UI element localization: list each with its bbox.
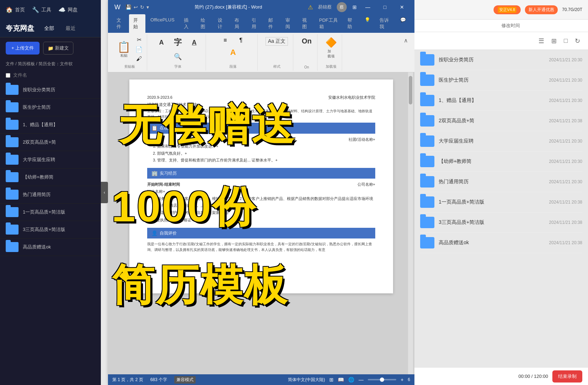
tab-lightbulb[interactable]: 💡	[360, 14, 375, 33]
tab-file[interactable]: 文件	[112, 14, 128, 33]
doc-date: 2020.9-2023.6	[147, 94, 172, 101]
file-name: 1一页高品质+简洁版	[439, 199, 545, 205]
list-item[interactable]: 按职业分类简历	[0, 81, 101, 99]
upload-button[interactable]: + 上传文件	[6, 42, 40, 55]
addins-button[interactable]: 🔶 加载项	[323, 36, 339, 60]
list-item[interactable]: 【幼师+教师简	[0, 169, 101, 186]
right-panel: 安正V4.8 新人开通优惠 70.7G/20T 修改时间 ☰ ⊞ □ ↻ 按职业…	[414, 0, 588, 385]
list-item[interactable]: 2双页高品质+简	[0, 134, 101, 151]
paste-icon: 📋	[117, 41, 130, 53]
tab-mailings[interactable]: 邮件	[264, 14, 280, 33]
tab-comment[interactable]: 💬	[396, 14, 410, 33]
layout-view-icon[interactable]: ⊞	[329, 377, 334, 383]
align-left-button[interactable]: ≡	[218, 36, 232, 45]
nav-tab-all[interactable]: 全部	[41, 24, 57, 33]
list-item[interactable]: 【幼师+教师简 2024/11/21 20:30	[420, 152, 582, 172]
file-name: 3三页高品质+简洁版	[439, 219, 545, 226]
doc-area[interactable]: 2020.9-2023.6 安徽水利水电职业技术学院 城市轨道交通工程技术 | …	[108, 72, 414, 374]
preview-icon[interactable]: □	[562, 35, 570, 47]
cloud-btn[interactable]: ☁️ 网盘	[58, 6, 78, 13]
list-item[interactable]: 3三页高品质+简洁版	[0, 221, 101, 238]
list-item[interactable]: 大学应届生应聘 2024/11/21 20:30	[420, 131, 582, 152]
tab-insert[interactable]: 插入	[180, 14, 196, 33]
paragraph-settings-button[interactable]: ¶	[234, 36, 248, 45]
list-view-icon[interactable]: ☰	[536, 35, 546, 47]
list-item[interactable]: 1、赠品【通用】	[0, 116, 101, 134]
language: 简体中文(中国大陆)	[288, 377, 325, 383]
cut-button[interactable]: ✂	[134, 36, 144, 44]
tab-help[interactable]: 帮助	[343, 14, 359, 33]
tab-layout[interactable]: 布局	[230, 14, 246, 33]
list-item[interactable]: 按职业分类简历 2024/11/21 20:30	[420, 50, 582, 70]
tab-home[interactable]: 开始	[129, 14, 145, 33]
select-all-checkbox[interactable]	[6, 73, 10, 78]
doc-scrollbar[interactable]	[408, 72, 413, 374]
file-date: 2024/11/21 20:38	[549, 240, 582, 245]
new-folder-button[interactable]: 📁 新建文	[43, 42, 73, 55]
font-size-button[interactable]: 字	[171, 36, 185, 49]
font-name-dropdown[interactable]: A	[154, 37, 169, 48]
grid-view-icon[interactable]: ⊞	[549, 35, 559, 47]
list-item[interactable]: 1一页高品质+简洁版 2024/11/21 20:38	[420, 192, 582, 212]
list-item[interactable]: 医生护士简历	[0, 99, 101, 116]
promo-badge: 新人开通优惠	[525, 5, 558, 14]
list-item[interactable]: 高品质赠送ok 2024/11/21 20:38	[420, 233, 582, 253]
save-icon[interactable]: 💾	[125, 4, 131, 10]
doc-activity-3: 3. 管理、支持、督促和检查班门的的工作前升满求及起... 证整体水平。+	[153, 157, 375, 164]
doc-section-self-eval: 👤 自我评价	[147, 228, 375, 238]
close-button[interactable]: ✕	[394, 0, 410, 14]
web-view-icon[interactable]: 🌐	[348, 377, 354, 383]
tab-review[interactable]: 审阅	[281, 14, 297, 33]
zoom-plus-icon[interactable]: +	[401, 377, 403, 383]
list-item[interactable]: 热门通用简历	[0, 186, 101, 204]
tab-tell-me[interactable]: 告诉我	[375, 14, 395, 33]
tab-draw[interactable]: 绘图	[196, 14, 212, 33]
refresh-icon[interactable]: ↻	[573, 35, 582, 47]
file-name: 大学应届生应聘	[23, 156, 95, 163]
undo-icon[interactable]: ↩	[134, 4, 138, 10]
list-item[interactable]: 3三页高品质+简洁版 2024/11/21 20:38	[420, 212, 582, 233]
maximize-button[interactable]: □	[377, 0, 393, 14]
copy-button[interactable]: 📄	[134, 45, 144, 53]
ribbon-group-addins: 🔶 加载项 加载项	[320, 34, 342, 71]
redo-icon[interactable]: ↻	[140, 4, 144, 10]
chevron-up-icon: ∧	[404, 37, 408, 44]
font-color-button[interactable]: A	[187, 37, 201, 48]
stop-record-button[interactable]: 结束录制	[552, 370, 582, 383]
doc-scroll-thumb[interactable]	[409, 76, 412, 104]
zoom-slider[interactable]	[368, 379, 396, 380]
list-item[interactable]: 热门通用简历 2024/11/21 20:30	[420, 172, 582, 192]
tab-officeplus[interactable]: OfficePLUS	[146, 14, 179, 33]
ribbon-collapse-button[interactable]: ∧	[402, 36, 410, 45]
doc-cert: 证 驾驶执照、教师资格证+	[147, 217, 375, 224]
paste-button[interactable]: 📋 粘贴	[115, 39, 133, 60]
highlight-button[interactable]: A	[226, 46, 240, 58]
layout-icon[interactable]: ⊞	[352, 4, 357, 10]
collapse-panel-button[interactable]: ‹	[101, 182, 108, 203]
doc-page: 2020.9-2023.6 安徽水利水电职业技术学院 城市轨道交通工程技术 | …	[129, 79, 393, 293]
list-item[interactable]: 高品质赠送ok	[0, 238, 101, 256]
dropdown-icon[interactable]: ▾	[146, 4, 149, 10]
format-painter-button[interactable]: 🖌	[134, 55, 144, 63]
tab-design[interactable]: 设计	[213, 14, 229, 33]
tab-pdf[interactable]: PDF工具箱	[315, 14, 343, 33]
search-replace-button[interactable]: 🔍	[171, 51, 185, 62]
styles-gallery[interactable]: Aa 正文	[263, 36, 290, 47]
list-item[interactable]: 大学应届生应聘	[0, 151, 101, 169]
reading-view-icon[interactable]: 📖	[338, 377, 344, 383]
on-button[interactable]: On	[300, 36, 314, 47]
font-a-icon: A	[159, 39, 164, 46]
minimize-button[interactable]: —	[360, 0, 376, 14]
nav-tab-recent[interactable]: 最近	[63, 24, 78, 33]
tools-btn[interactable]: 🔧 工具	[32, 6, 51, 13]
list-item[interactable]: 1一页高品质+简洁版	[0, 204, 101, 221]
file-name: 大学应届生应聘	[439, 138, 545, 144]
list-item[interactable]: 1、赠品【通用】 2024/11/21 20:30	[420, 91, 582, 111]
list-item[interactable]: 2双页高品质+简 2024/11/21 20:38	[420, 111, 582, 131]
zoom-minus-icon[interactable]: —	[359, 377, 363, 383]
list-item[interactable]: 医生护士简历 2024/11/21 20:30	[420, 70, 582, 91]
doc-activity-1: 1. 效果和自己专业能力并加以改进。+	[153, 143, 375, 150]
tab-view[interactable]: 视图	[298, 14, 314, 33]
tab-references[interactable]: 引用	[247, 14, 263, 33]
home-btn[interactable]: 🏠 首页	[6, 6, 25, 13]
